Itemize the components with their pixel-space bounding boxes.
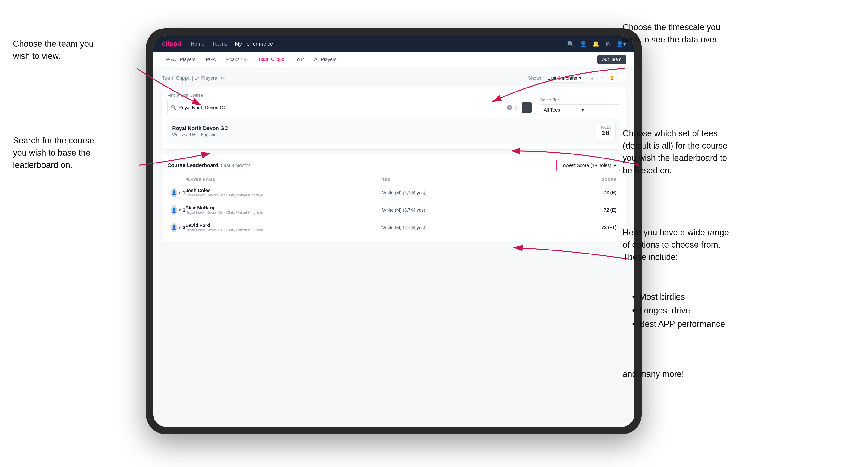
col-rank — [171, 178, 185, 182]
chevron-down-icon-tee: ▾ — [582, 107, 617, 113]
grid-view-icon[interactable]: ⊞ — [588, 74, 596, 82]
chevron-down-icon-score: ▾ — [614, 162, 616, 168]
subnav-pgat[interactable]: PGAT Players — [162, 55, 200, 64]
tee-cell-3: White (M) (6,744 yds) — [382, 225, 579, 230]
clear-search-button[interactable]: ✕ — [507, 105, 512, 110]
subnav-all-players[interactable]: All Players — [310, 55, 341, 64]
annotation-tees: Choose which set of tees (default is all… — [623, 127, 727, 177]
subnav-tour[interactable]: Tour — [290, 55, 308, 64]
leaderboard-card: Course Leaderboard, Last 3 months Lowest… — [162, 154, 626, 242]
score-cell-1: 72 (E) — [579, 190, 617, 195]
score-cell-2: 72 (E) — [579, 207, 617, 213]
team-title: Team Clippd | 14 Players — [162, 75, 217, 81]
col-score: SCORE — [579, 178, 617, 182]
search-icon[interactable]: 🔍 — [567, 40, 574, 47]
star-icon[interactable]: ☆ — [515, 104, 519, 111]
annotation-search-course: Search for the course you wish to base t… — [13, 134, 94, 172]
annotation-and-more: and many more! — [623, 368, 684, 380]
table-row: 👤 ♥ 1 Josh Coles Royal North Devon Golf … — [167, 184, 620, 201]
tee-select-col: Select Tee All Tees ▾ — [540, 98, 620, 115]
tee-cell-1: White (M) (6,744 yds) — [382, 190, 579, 195]
table-row: 👤 ♥ 3 David Ford Royal North Devon Golf … — [167, 219, 620, 236]
leaderboard-header: Course Leaderboard, Last 3 months Lowest… — [167, 160, 620, 171]
player-cell-2: Blair McHarg Royal North Devon Golf Club… — [185, 205, 382, 215]
score-cell-3: 73 (+1) — [579, 225, 617, 230]
course-search-input[interactable] — [179, 105, 504, 111]
avatar-3: 👤 — [171, 223, 177, 232]
leaderboard-title: Course Leaderboard, Last 3 months — [167, 162, 251, 168]
edit-icon[interactable]: ✏ — [221, 75, 225, 81]
tee-select-dropdown[interactable]: All Tees ▾ — [540, 104, 620, 115]
settings-icon[interactable]: ⚙ — [605, 40, 611, 47]
nav-links: Home Teams My Performance — [191, 41, 567, 47]
player-cell-3: David Ford Royal North Devon Golf Club, … — [185, 223, 382, 232]
sub-nav: PGAT Players PGA Hcaps 1-5 Team Clippd T… — [153, 52, 634, 67]
avatar-1: 👤 — [171, 188, 177, 197]
notification-icon[interactable]: 🔔 — [592, 40, 599, 47]
subnav-pga[interactable]: PGA — [202, 55, 220, 64]
annotation-choose-team: Choose the team you wish to view. — [13, 38, 94, 62]
heart-2: ♥ — [178, 208, 181, 213]
team-header: Team Clippd | 14 Players ✏ Show: Last 3 … — [162, 73, 626, 83]
holes-badge: Holes 18 — [596, 123, 616, 139]
nav-bar: clippd Home Teams My Performance 🔍 👤 🔔 ⚙… — [153, 35, 634, 52]
course-location: Westward Hol, England — [172, 132, 228, 137]
bullet-drive: Longest drive — [632, 304, 725, 317]
download-icon[interactable]: ⬇ — [618, 74, 626, 82]
nav-link-my-performance[interactable]: My Performance — [235, 41, 273, 47]
course-search-col: Find a Golf Course 🔍 ✕ ☆ ⬛ — [167, 93, 535, 115]
player-name-2: Blair McHarg — [185, 205, 263, 211]
view-icons: ⊞ ≡ 🏆 ⬇ — [588, 74, 626, 82]
heart-3: ♥ — [178, 225, 181, 230]
tee-cell-2: White (M) (6,744 yds) — [382, 208, 579, 213]
player-club-1: Royal North Devon Golf Club, United King… — [185, 193, 263, 197]
score-option-dropdown[interactable]: Lowest Score (18 holes) ▾ — [556, 160, 620, 171]
holes-number: 18 — [599, 129, 612, 137]
leaderboard-table: PLAYER NAME TEE SCORE 👤 ♥ 1 J — [167, 176, 620, 236]
bullet-app: Best APP performance — [632, 317, 725, 331]
nav-logo: clippd — [162, 40, 181, 48]
bullet-birdies: Most birdies — [632, 290, 725, 304]
subnav-team-clippd[interactable]: Team Clippd — [254, 55, 288, 64]
player-name-1: Josh Coles — [185, 188, 263, 193]
nav-link-home[interactable]: Home — [191, 41, 205, 47]
rank-3: 👤 ♥ 3 — [171, 223, 185, 232]
select-tee-label: Select Tee — [540, 98, 620, 102]
add-team-button[interactable]: Add Team — [597, 55, 626, 64]
search-row: Find a Golf Course 🔍 ✕ ☆ ⬛ Select Tee Al… — [167, 93, 620, 115]
annotation-timescale: Choose the timescale you wish to see the… — [623, 21, 720, 46]
holes-label: Holes — [599, 125, 612, 129]
col-tee: TEE — [382, 178, 579, 182]
annotation-bullet-list: Most birdies Longest drive Best APP perf… — [632, 290, 725, 331]
avatar-2: 👤 — [171, 206, 177, 215]
main-content: Team Clippd | 14 Players ✏ Show: Last 3 … — [153, 67, 634, 427]
ipad-device: clippd Home Teams My Performance 🔍 👤 🔔 ⚙… — [146, 28, 642, 434]
subnav-hcaps[interactable]: Hcaps 1-5 — [222, 55, 252, 64]
table-row: 👤 ♥ 1 Blair McHarg Royal North Devon Gol… — [167, 201, 620, 219]
user-icon[interactable]: 👤 — [580, 40, 587, 47]
heart-1: ♥ — [178, 190, 181, 195]
search-icon-small: 🔍 — [171, 105, 176, 110]
search-action-button[interactable]: ⬛ — [522, 102, 532, 113]
course-search-input-wrap: 🔍 ✕ ☆ ⬛ — [167, 100, 535, 115]
course-result: Royal North Devon GC Westward Hol, Engla… — [167, 119, 620, 144]
show-control: Show: Last 3 months ▾ ⊞ ≡ 🏆 ⬇ — [528, 73, 626, 83]
time-period-dropdown[interactable]: Last 3 months ▾ — [544, 73, 585, 83]
ipad-screen: clippd Home Teams My Performance 🔍 👤 🔔 ⚙… — [153, 35, 634, 427]
rank-1: 👤 ♥ 1 — [171, 188, 185, 197]
rank-2: 👤 ♥ 1 — [171, 206, 185, 215]
chevron-down-icon: ▾ — [579, 75, 582, 81]
player-name-3: David Ford — [185, 223, 263, 228]
nav-icons: 🔍 👤 🔔 ⚙ 👤▾ — [567, 40, 626, 47]
player-club-2: Royal North Devon Golf Club, United King… — [185, 211, 263, 215]
player-club-3: Royal North Devon Golf Club, United King… — [185, 228, 263, 232]
annotation-options: Here you have a wide range of options to… — [623, 226, 729, 263]
show-label: Show: — [528, 75, 541, 81]
course-search-card: Find a Golf Course 🔍 ✕ ☆ ⬛ Select Tee Al… — [162, 87, 626, 149]
trophy-icon[interactable]: 🏆 — [608, 74, 616, 82]
course-name: Royal North Devon GC — [172, 125, 228, 131]
find-course-label: Find a Golf Course — [167, 93, 535, 98]
nav-link-teams[interactable]: Teams — [212, 41, 227, 47]
col-player-name: PLAYER NAME — [185, 178, 382, 182]
list-view-icon[interactable]: ≡ — [598, 74, 606, 82]
